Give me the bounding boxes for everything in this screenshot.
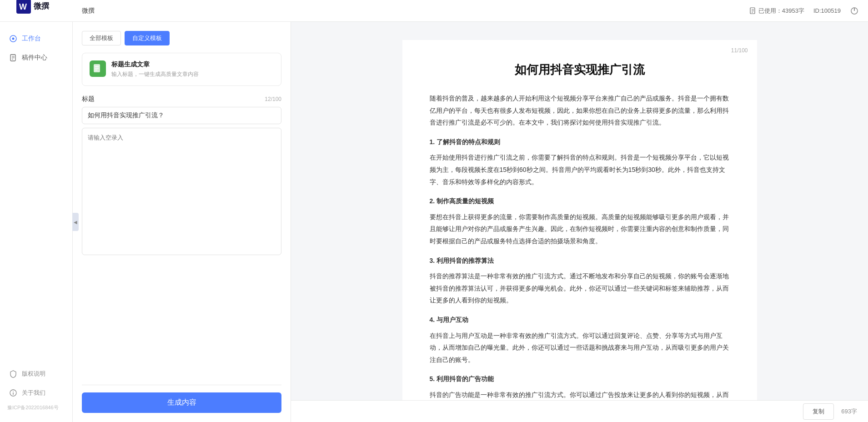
section-2-content: 要想在抖音上获得更多的流量，你需要制作高质量的短视频。高质量的短视频能够吸引更多… (430, 211, 730, 247)
topbar-right: 已使用：43953字 ID:100519 (749, 6, 859, 15)
topbar-title: 微撰 (82, 7, 95, 15)
article-body: 随着抖音的普及，越来越多的人开始利用这个短视频分享平台来推广自己的产品或服务。抖… (430, 92, 730, 400)
left-panel: 全部模板 自定义模板 标题生成文章 输入标题，一键生成高质量文章内容 标题 (73, 22, 291, 422)
section-1-content: 在开始使用抖音进行推广引流之前，你需要了解抖音的特点和规则。抖音是一个短视频分享… (430, 151, 730, 188)
word-count: 693字 (841, 407, 857, 416)
sidebar-item-copyright[interactable]: 版权说明 (0, 364, 72, 383)
power-icon[interactable] (850, 6, 859, 15)
logo-text: 微撰 (34, 1, 49, 11)
section-3-title: 3. 利用抖音的推荐算法 (430, 255, 730, 267)
template-card-icon (90, 60, 106, 77)
section-4-content: 在抖音上与用户互动是一种非常有效的推广引流方式。你可以通过回复评论、点赞、分享等… (430, 330, 730, 366)
sidebar-item-drafts[interactable]: 稿件中心 (0, 48, 72, 67)
section-4-title: 4. 与用户互动 (430, 314, 730, 326)
svg-point-9 (12, 38, 15, 40)
sidebar-bottom: 版权说明 关于我们 豫ICP备2022016846号 (0, 364, 72, 422)
sidebar-item-workbench[interactable]: 工作台 (0, 29, 72, 48)
section-3-content: 抖音的推荐算法是一种非常有效的推广引流方式。通过不断地发布和分享自己的短视频，你… (430, 270, 730, 306)
preview-area[interactable]: 11/100 如何用抖音实现推广引流 随着抖音的普及，越来越多的人开始利用这个短… (291, 22, 868, 400)
section-5-content: 抖音的广告功能是一种非常有效的推广引流方式。你可以通过广告投放来让更多的人看到你… (430, 389, 730, 400)
doc-green-icon (93, 64, 103, 74)
article-title: 如何用抖音实现推广引流 (430, 62, 730, 78)
logo-icon: W (16, 0, 31, 14)
logo-area: W 微撰 (9, 0, 82, 23)
content-textarea[interactable] (82, 128, 281, 255)
usage-text: 已使用：43953字 (758, 7, 804, 15)
preview-footer: 复制 693字 (291, 400, 868, 422)
info-icon (9, 389, 17, 397)
topbar: W 微撰 微撰 已使用：43953字 ID:100519 (0, 0, 868, 22)
draft-icon (9, 54, 17, 62)
sidebar: 工作台 稿件中心 版权说明 (0, 22, 73, 422)
sidebar-item-about-label: 关于我们 (22, 389, 45, 397)
template-tabs: 全部模板 自定义模板 (82, 31, 281, 45)
right-panel: 11/100 如何用抖音实现推广引流 随着抖音的普及，越来越多的人开始利用这个短… (291, 22, 868, 422)
title-label: 标题 (82, 95, 95, 103)
file-usage-icon (749, 7, 757, 15)
template-info: 标题生成文章 输入标题，一键生成高质量文章内容 (111, 60, 199, 78)
title-label-row: 标题 12/100 (82, 95, 281, 103)
sidebar-item-copyright-label: 版权说明 (22, 370, 45, 378)
title-count: 12/100 (265, 96, 281, 102)
template-desc: 输入标题，一键生成高质量文章内容 (111, 70, 199, 78)
copy-button[interactable]: 复制 (803, 403, 834, 420)
title-input[interactable] (82, 107, 281, 124)
form-section: 标题 12/100 (82, 95, 281, 256)
sidebar-item-about[interactable]: 关于我们 (0, 383, 72, 402)
divider (82, 385, 281, 385)
usage-area: 已使用：43953字 (749, 7, 804, 15)
section-1-title: 1. 了解抖音的特点和规则 (430, 136, 730, 148)
section-5-title: 5. 利用抖音的广告功能 (430, 373, 730, 385)
sidebar-item-workbench-label: 工作台 (22, 35, 41, 43)
svg-text:W: W (19, 2, 27, 11)
tab-custom-templates[interactable]: 自定义模板 (125, 31, 170, 45)
sidebar-item-drafts-label: 稿件中心 (22, 54, 47, 62)
shield-icon (9, 370, 17, 378)
home-icon (9, 35, 17, 43)
icp-text: 豫ICP备2022016846号 (0, 402, 72, 413)
collapse-sidebar-button[interactable]: ◀ (72, 213, 79, 231)
template-name: 标题生成文章 (111, 60, 199, 69)
tab-all-templates[interactable]: 全部模板 (82, 31, 121, 45)
svg-point-16 (13, 391, 14, 392)
generate-button[interactable]: 生成内容 (82, 392, 281, 413)
article-intro: 随着抖音的普及，越来越多的人开始利用这个短视频分享平台来推广自己的产品或服务。抖… (430, 92, 730, 129)
sidebar-nav: 工作台 稿件中心 (0, 29, 72, 364)
id-info: ID:100519 (813, 7, 841, 14)
left-panel-bottom: 生成内容 (82, 377, 281, 413)
main-layout: 工作台 稿件中心 版权说明 (0, 22, 868, 422)
template-card[interactable]: 标题生成文章 输入标题，一键生成高质量文章内容 (82, 53, 281, 86)
section-2-title: 2. 制作高质量的短视频 (430, 195, 730, 207)
article-container: 11/100 如何用抖音实现推广引流 随着抖音的普及，越来越多的人开始利用这个短… (402, 40, 757, 400)
page-counter: 11/100 (731, 47, 748, 54)
